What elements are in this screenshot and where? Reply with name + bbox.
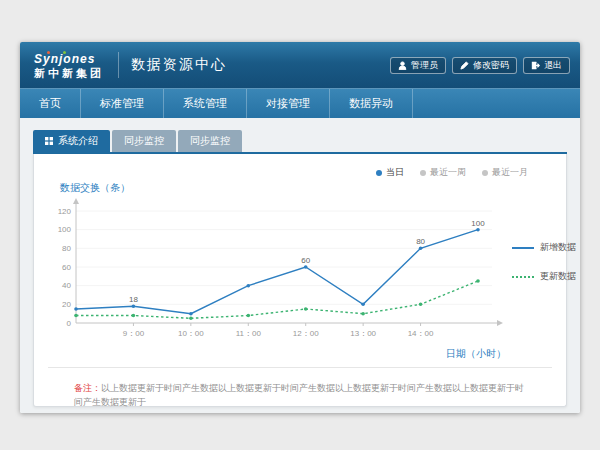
svg-text:60: 60 [301,256,310,265]
filter-dot-2 [482,170,488,176]
svg-text:10：00: 10：00 [178,329,204,338]
change-password-label: 修改密码 [473,59,509,72]
tab-sync-monitor-2-label: 同步监控 [190,130,230,152]
pencil-icon [460,61,469,70]
filter-item-2[interactable]: 最近一月 [482,166,528,179]
svg-text:60: 60 [62,263,71,272]
nav-item-standard-mgmt-label: 标准管理 [100,96,144,111]
svg-text:12：00: 12：00 [293,329,319,338]
header: Synjones 新中新集团 数据资源中心 管理员 修改密码 [20,42,580,88]
chart-row: 0204060801001209：0010：0011：0012：0013：001… [46,197,554,361]
filter-item-1[interactable]: 最近一周 [420,166,466,179]
legend-label-new-data: 新增数据 [540,241,576,254]
svg-text:100: 100 [58,225,72,234]
svg-text:18: 18 [129,295,138,304]
time-filter-legend: 当日 最近一周 最近一月 [46,166,528,179]
admin-user-button[interactable]: 管理员 [390,57,446,74]
exchange-line-chart: 0204060801001209：0010：0011：0012：0013：001… [46,197,508,355]
nav-item-connect-mgmt-label: 对接管理 [266,96,310,111]
panel-divider [48,367,552,368]
main-nav: 首页 标准管理 系统管理 对接管理 数据异动 [20,88,580,118]
logo-subtext: 新中新集团 [34,67,104,79]
app-window: Synjones 新中新集团 数据资源中心 管理员 修改密码 [20,42,580,413]
svg-text:9：00: 9：00 [123,329,145,338]
nav-item-data-change[interactable]: 数据异动 [330,89,413,118]
y-axis-title: 数据交换（条） [60,181,554,195]
filter-label-last-month: 最近一月 [492,166,528,179]
footnote-label: 备注： [74,383,101,393]
series-sample-0 [512,247,534,249]
tab-sync-monitor-1-label: 同步监控 [124,130,164,152]
tab-bar: 系统介绍 同步监控 同步监控 [33,130,567,152]
footnote-text: 以上数据更新于时间产生数据以上数据更新于时间产生数据以上数据更新于时间产生数据以… [74,383,524,407]
tab-sync-monitor-1[interactable]: 同步监控 [112,130,176,152]
logout-label: 退出 [544,59,562,72]
legend-item-updated-data[interactable]: 更新数据 [512,270,576,283]
svg-text:11：00: 11：00 [236,329,262,338]
nav-item-home[interactable]: 首页 [20,89,81,118]
svg-text:0: 0 [67,319,72,328]
logo-text: Synjones [34,53,104,66]
footnote: 备注：以上数据更新于时间产生数据以上数据更新于时间产生数据以上数据更新于时间产生… [46,381,554,410]
filter-dot-1 [420,170,426,176]
tab-sync-monitor-2[interactable]: 同步监控 [178,130,242,152]
svg-text:14：00: 14：00 [408,329,434,338]
chart-panel: 当日 最近一周 最近一月 数据交换（条） 0204060801001209：00… [33,154,567,407]
legend-item-new-data[interactable]: 新增数据 [512,241,576,254]
header-actions: 管理员 修改密码 退出 [390,57,570,74]
svg-text:40: 40 [62,281,71,290]
svg-text:80: 80 [416,237,425,246]
user-icon [398,61,407,70]
series-legend: 新增数据 更新数据 [508,197,576,361]
nav-item-home-label: 首页 [39,96,61,111]
svg-text:80: 80 [62,244,71,253]
logo[interactable]: Synjones 新中新集团 [30,51,106,79]
nav-item-system-mgmt-label: 系统管理 [183,96,227,111]
change-password-button[interactable]: 修改密码 [452,57,517,74]
svg-text:120: 120 [58,207,72,216]
page-title: 数据资源中心 [131,56,227,74]
nav-item-connect-mgmt[interactable]: 对接管理 [247,89,330,118]
admin-user-label: 管理员 [411,59,438,72]
header-divider [118,52,119,78]
nav-item-data-change-label: 数据异动 [349,96,393,111]
filter-item-0[interactable]: 当日 [376,166,404,179]
series-sample-1 [512,276,534,278]
logo-dot-red-icon [47,51,50,54]
svg-text:100: 100 [471,219,485,228]
filter-label-today: 当日 [386,166,404,179]
legend-label-updated-data: 更新数据 [540,270,576,283]
content-area: 系统介绍 同步监控 同步监控 当日 最近一周 [20,118,580,413]
svg-text:20: 20 [62,300,71,309]
logout-icon [531,61,540,70]
nav-item-system-mgmt[interactable]: 系统管理 [164,89,247,118]
filter-dot-0 [376,170,382,176]
logo-dot-green-icon [63,51,66,54]
logout-button[interactable]: 退出 [523,57,570,74]
tab-system-intro[interactable]: 系统介绍 [33,130,110,152]
chart-column: 0204060801001209：0010：0011：0012：0013：001… [46,197,508,361]
tab-system-intro-label: 系统介绍 [58,130,98,152]
svg-text:13：00: 13：00 [350,329,376,338]
grid-icon [45,137,53,145]
filter-label-last-week: 最近一周 [430,166,466,179]
nav-item-standard-mgmt[interactable]: 标准管理 [81,89,164,118]
